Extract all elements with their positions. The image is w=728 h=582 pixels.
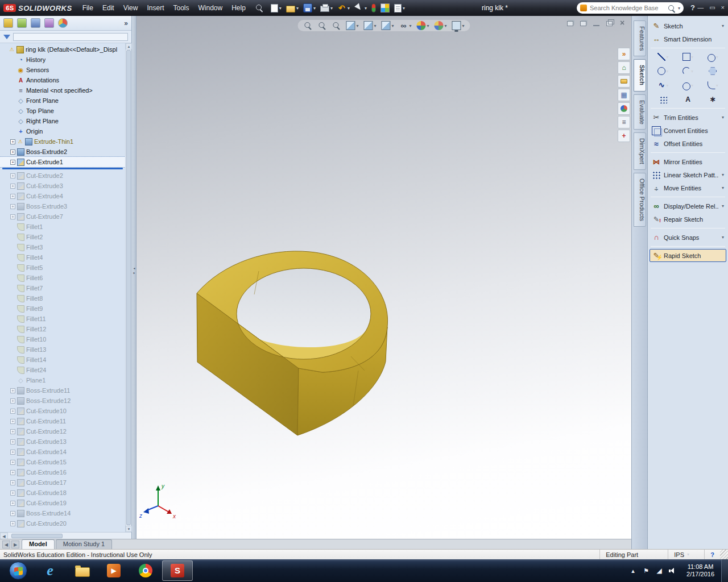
dropdown-arrow[interactable]: ▾: [722, 23, 724, 28]
undo-button[interactable]: ▾: [337, 3, 350, 13]
tree-item-cut-extrude18[interactable]: +Cut-Extrude18: [0, 488, 125, 498]
tree-item-fillet14[interactable]: Fillet14: [0, 355, 125, 365]
volume-icon[interactable]: [668, 567, 676, 575]
menu-view[interactable]: View: [119, 0, 143, 16]
tree-expander[interactable]: +: [10, 204, 15, 209]
corner-rectangle-button[interactable]: ▾: [676, 51, 701, 63]
apply-scene-button[interactable]: ▾: [435, 21, 447, 30]
dropdown-arrow[interactable]: ▾: [348, 6, 350, 11]
document-recovery-button[interactable]: [618, 130, 630, 142]
tree-expander[interactable]: +: [10, 490, 15, 496]
dropdown-arrow[interactable]: ▾: [722, 235, 724, 240]
sketch-button[interactable]: Sketch▾: [650, 19, 726, 32]
ellipse-button[interactable]: ▾: [676, 79, 701, 92]
tab-motion-study-1[interactable]: Motion Study 1: [56, 539, 112, 549]
minimize-button[interactable]: —: [697, 4, 704, 11]
display-delete-relations-button[interactable]: Display/Delete Rel...▾: [650, 199, 726, 213]
dropdown-arrow[interactable]: ▾: [691, 55, 693, 60]
solidworks-resources-button[interactable]: [618, 48, 630, 60]
edit-appearance-button[interactable]: ▾: [417, 21, 429, 30]
tab-features[interactable]: Features: [634, 20, 646, 56]
line-button[interactable]: ▾: [651, 51, 676, 63]
straight-slot-button[interactable]: ▾: [700, 51, 725, 63]
graphics-canvas[interactable]: y x z: [136, 16, 631, 539]
tree-item-boss-extrude12[interactable]: +Boss-Extrude12: [0, 396, 125, 406]
dropdown-arrow[interactable]: ▾: [666, 83, 668, 88]
tree-item-sensors[interactable]: Sensors: [0, 65, 125, 75]
view-orientation-button[interactable]: ▾: [363, 21, 376, 30]
panel-splitter[interactable]: ◂▸: [132, 16, 136, 539]
tree-item-right-plane[interactable]: Right Plane: [0, 116, 125, 126]
tree-expander[interactable]: +: [10, 501, 15, 506]
dropdown-arrow[interactable]: ▾: [296, 6, 299, 11]
open-button[interactable]: ▾: [286, 4, 299, 13]
tree-item-history[interactable]: History: [0, 55, 125, 65]
tree-expander[interactable]: +: [10, 160, 15, 165]
knowledge-base-search[interactable]: Search Knowledge Base ▾: [577, 2, 684, 14]
propertymanager-tab[interactable]: [17, 18, 27, 28]
tree-item-cut-extrude16[interactable]: +Cut-Extrude16: [0, 467, 125, 477]
tab-dimxpert[interactable]: DimXpert: [634, 132, 646, 170]
tree-item-cut-extrude13[interactable]: +Cut-Extrude13: [0, 436, 125, 447]
dropdown-arrow[interactable]: ▾: [391, 23, 394, 28]
tree-item-fillet6[interactable]: Fillet6: [0, 273, 125, 283]
design-library-button[interactable]: [618, 61, 630, 74]
tree-expander[interactable]: +: [10, 409, 15, 414]
maximize-button[interactable]: ▭: [709, 4, 715, 11]
tree-expander[interactable]: +: [10, 460, 15, 465]
zoom-to-fit-button[interactable]: [303, 21, 312, 30]
move-entities-button[interactable]: Move Entities▾: [650, 181, 726, 194]
tree-item-extrude-thin1[interactable]: +⚠Extrude-Thin1: [0, 136, 125, 147]
next-window-button[interactable]: [580, 21, 586, 26]
dropdown-arrow[interactable]: ▾: [356, 23, 358, 28]
dropdown-arrow[interactable]: ▾: [403, 6, 405, 11]
view-settings-button[interactable]: ▾: [452, 21, 465, 30]
dropdown-arrow[interactable]: ▾: [722, 185, 724, 190]
displaymanager-tab[interactable]: [58, 18, 68, 28]
tree-expander[interactable]: +: [10, 521, 15, 526]
print-button[interactable]: ▾: [320, 4, 333, 12]
tree-item-fillet24[interactable]: Fillet24: [0, 365, 125, 375]
tree-item-cut-extrude10[interactable]: +Cut-Extrude10: [0, 406, 125, 416]
tab-scroll-left-button[interactable]: ◀: [2, 541, 10, 548]
tree-item-cut-extrude19[interactable]: +Cut-Extrude19: [0, 498, 125, 508]
tree-item-fillet12[interactable]: Fillet12: [0, 324, 125, 334]
menu-edit[interactable]: Edit: [98, 0, 119, 16]
spline-button[interactable]: ▾: [651, 79, 676, 92]
display-style-button[interactable]: ▾: [381, 21, 394, 30]
dropdown-arrow[interactable]: ▾: [666, 69, 668, 74]
tree-item-fillet11[interactable]: Fillet11: [0, 314, 125, 324]
splitter-collapse-handle[interactable]: ◂▸: [132, 266, 136, 275]
save-button[interactable]: ▾: [303, 3, 316, 13]
repair-sketch-button[interactable]: Repair Sketch: [650, 213, 726, 226]
hide-show-items-button[interactable]: ▾: [399, 21, 411, 30]
tab-scroll-right-button[interactable]: ▶: [11, 541, 19, 548]
select-button[interactable]: ▾: [354, 3, 367, 13]
menu-tools[interactable]: Tools: [168, 0, 193, 16]
tree-expander[interactable]: +: [10, 470, 15, 475]
tree-item-fillet2[interactable]: Fillet2: [0, 232, 125, 242]
dropdown-arrow[interactable]: ▾: [716, 83, 718, 88]
rebuild-button[interactable]: [371, 3, 376, 13]
tree-expander[interactable]: +: [10, 439, 15, 444]
internet-explorer-taskbar-button[interactable]: [35, 560, 65, 581]
tree-item-cut-extrude14[interactable]: +Cut-Extrude14: [0, 447, 125, 457]
tree-item-plane1[interactable]: Plane1: [0, 375, 125, 385]
view-palette-button[interactable]: [618, 89, 630, 101]
trim-entities-button[interactable]: Trim Entities▾: [650, 111, 726, 124]
mirror-entities-button[interactable]: Mirror Entities: [650, 155, 726, 168]
tree-item-fillet9[interactable]: Fillet9: [0, 304, 125, 314]
panel-overflow-chevron[interactable]: »: [124, 19, 128, 27]
tree-item-fillet1[interactable]: Fillet1: [0, 222, 125, 232]
dropdown-arrow[interactable]: ▾: [691, 69, 693, 74]
menu-insert[interactable]: Insert: [142, 0, 168, 16]
tree-item-boss-extrude11[interactable]: +Boss-Extrude11: [0, 385, 125, 396]
quick-snaps-button[interactable]: Quick Snaps▾: [650, 231, 726, 244]
tree-vertical-scrollbar[interactable]: ▲ ▼: [125, 43, 131, 532]
featuremanager-tab[interactable]: [3, 18, 13, 28]
tree-item-boss-extrude2[interactable]: +Boss-Extrude2: [0, 147, 125, 157]
command-search-icon[interactable]: [255, 3, 264, 13]
pattern-grid-button[interactable]: [651, 93, 676, 106]
tree-item-boss-extrude14[interactable]: +Boss-Extrude14: [0, 508, 125, 518]
centerpoint-arc-button[interactable]: ▾: [676, 65, 701, 77]
